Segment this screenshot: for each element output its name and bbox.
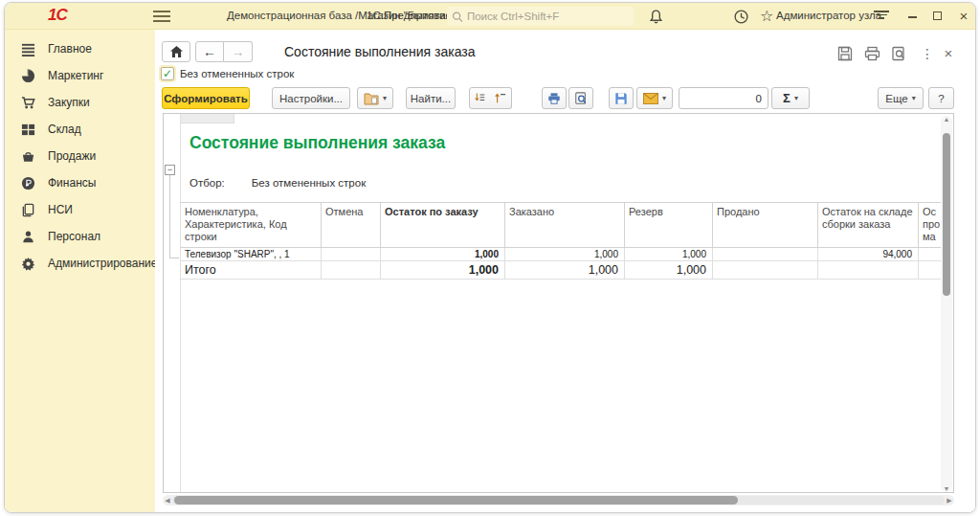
cell-total-ordered[interactable]: 1,000	[505, 261, 625, 280]
scroll-up-arrow-icon[interactable]: ▲	[941, 116, 952, 123]
search-field[interactable]	[467, 11, 629, 22]
scroll-down-arrow-icon[interactable]: ▼	[941, 485, 952, 492]
marketing-pie-icon	[21, 69, 35, 83]
cell-total-sold[interactable]	[713, 261, 818, 280]
print-button[interactable]	[542, 87, 567, 109]
finance-ruble-icon	[21, 176, 35, 191]
global-search-input[interactable]	[447, 7, 634, 26]
sidebar-item-administrirovanie[interactable]: Администрирование	[5, 250, 155, 277]
no-cancelled-rows-checkbox[interactable]: ✓	[161, 67, 174, 80]
sidebar-item-zakupki[interactable]: Закупки	[5, 89, 155, 116]
titlebar: 1С Демонстрационная база /Магазин "Бытов…	[5, 3, 975, 30]
report-table: Номенклатура, Характеристика, Код строки…	[180, 202, 942, 280]
quick-sum-field[interactable]	[679, 87, 768, 109]
cell-nomenclature[interactable]: Телевизор "SHARP", , 1	[180, 248, 322, 261]
expand-groups-button[interactable]	[469, 87, 491, 109]
sidebar-item-prodazhi[interactable]: Продажи	[5, 143, 155, 169]
save-result-button[interactable]	[609, 87, 634, 109]
vertical-scrollbar[interactable]: ▲ ▼	[941, 116, 952, 492]
collapse-groups-button[interactable]	[490, 87, 512, 109]
cell-order-remainder[interactable]: 1,000	[381, 248, 505, 261]
cell-total-cancel[interactable]	[322, 261, 381, 280]
print-preview-icon	[574, 92, 588, 105]
back-button[interactable]: ←	[195, 41, 224, 62]
report-variants-button[interactable]: ▾	[357, 87, 393, 109]
find-button[interactable]: Найти...	[406, 87, 456, 109]
maximize-button[interactable]	[929, 9, 945, 24]
cell-ordered[interactable]: 1,000	[505, 248, 625, 261]
save-report-icon[interactable]	[837, 46, 857, 63]
home-button[interactable]	[162, 41, 190, 62]
minimize-button[interactable]	[904, 9, 920, 24]
home-icon	[170, 46, 183, 57]
cell-reserve[interactable]: 1,000	[625, 248, 713, 261]
col-header-order-remainder[interactable]: Остаток по заказу	[381, 202, 505, 248]
horizontal-scrollbar[interactable]: ◀ ▶	[163, 495, 954, 505]
mail-envelope-icon	[643, 93, 658, 104]
settings-button[interactable]: Настройки...	[272, 87, 350, 109]
col-header-reserve[interactable]: Резерв	[625, 202, 713, 248]
sales-basket-icon	[21, 149, 35, 164]
report-title: Состояние выполнения заказа	[189, 133, 445, 153]
history-clock-icon[interactable]	[733, 9, 749, 25]
warehouse-grid-icon	[21, 123, 35, 137]
checkbox-label: Без отмененных строк	[180, 68, 294, 79]
cell-total-label[interactable]: Итого	[180, 261, 322, 280]
sidebar-item-nsi[interactable]: НСИ	[5, 196, 155, 223]
connection-status-icon[interactable]	[874, 11, 889, 22]
cell-total-assembly-warehouse[interactable]	[818, 261, 919, 280]
printer-icon	[547, 92, 561, 105]
cell-cancel[interactable]	[322, 248, 381, 261]
horizontal-scroll-track[interactable]	[172, 496, 945, 505]
sidebar-item-personal[interactable]: Персонал	[5, 223, 155, 250]
forward-button[interactable]: →	[224, 41, 253, 62]
cell-total-reserve[interactable]: 1,000	[625, 261, 713, 280]
notifications-bell-icon[interactable]	[648, 9, 664, 25]
col-header-assembly-warehouse[interactable]: Остаток на складе сборки заказа	[818, 202, 919, 248]
favorites-star-icon[interactable]: ☆	[760, 7, 776, 23]
close-report-button[interactable]: ×	[939, 46, 958, 63]
generate-button[interactable]: Сформировать	[162, 87, 250, 109]
filter-checkbox-row[interactable]: ✓ Без отмененных строк	[161, 67, 294, 80]
send-mail-button[interactable]: ▾	[636, 87, 673, 109]
scroll-left-arrow-icon[interactable]: ◀	[163, 497, 172, 505]
help-button[interactable]: ?	[928, 87, 954, 109]
more-menu-icon[interactable]: ⋮	[918, 46, 937, 63]
current-user-name[interactable]: Администратор узла	[776, 10, 881, 21]
print-report-icon[interactable]	[864, 46, 883, 63]
horizontal-scroll-thumb[interactable]	[174, 496, 738, 505]
cell-total-clipped[interactable]	[919, 261, 942, 280]
filter-value: Без отмененных строк	[252, 177, 366, 189]
sidebar-item-finansy[interactable]: Финансы	[5, 169, 155, 196]
search-icon	[452, 11, 463, 23]
cell-total-order-remainder[interactable]: 1,000	[381, 261, 505, 280]
close-window-button[interactable]: ×	[956, 9, 971, 24]
col-header-clipped[interactable]: Ос про ма	[919, 202, 942, 248]
report-filter-line: Отбор:Без отмененных строк	[189, 177, 366, 189]
col-header-ordered[interactable]: Заказано	[505, 202, 625, 248]
autosum-button[interactable]: Σ ▾	[771, 87, 810, 109]
cell-assembly-warehouse[interactable]: 94,000	[818, 248, 919, 261]
app-name: 1С:Предприятие	[367, 10, 452, 21]
content-area: ← → Состояние выполнения заказа ⋮ × ✓ Бе…	[155, 30, 975, 513]
preview-icon[interactable]	[891, 46, 910, 63]
more-actions-button[interactable]: Еще ▾	[878, 87, 924, 109]
sidebar-item-sklad[interactable]: Склад	[5, 116, 155, 143]
col-header-sold[interactable]: Продано	[713, 202, 818, 248]
col-header-cancel[interactable]: Отмена	[322, 202, 381, 248]
spreadsheet-corner	[181, 114, 234, 123]
group-bracket-line	[169, 175, 170, 258]
hamburger-menu-icon[interactable]	[153, 11, 170, 22]
sections-sidebar: Главное Маркетинг Закупки Склад Продажи …	[5, 30, 155, 513]
collapse-group-button[interactable]: −	[165, 165, 175, 175]
print-preview-button[interactable]	[568, 87, 593, 109]
col-header-nomenclature[interactable]: Номенклатура, Характеристика, Код строки	[180, 202, 322, 248]
personnel-person-icon	[21, 230, 35, 244]
vertical-scroll-thumb[interactable]	[943, 133, 950, 296]
cell-sold[interactable]	[713, 248, 818, 261]
scroll-right-arrow-icon[interactable]: ▶	[945, 497, 954, 505]
cell-clipped[interactable]	[919, 248, 942, 261]
page-title: Состояние выполнения заказа	[284, 44, 476, 59]
sidebar-item-marketing[interactable]: Маркетинг	[5, 62, 155, 89]
sidebar-item-glavnoe[interactable]: Главное	[5, 35, 155, 62]
